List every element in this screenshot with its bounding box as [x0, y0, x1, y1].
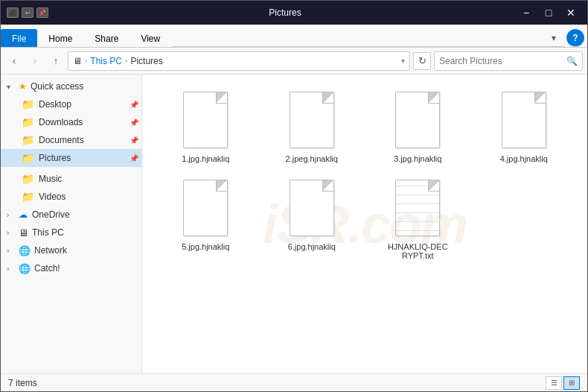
folder-documents-icon: 📁 [22, 134, 34, 146]
sidebar-item-downloads-label: Downloads [39, 117, 83, 127]
onedrive-icon: ☁ [19, 209, 28, 220]
network-icon: 🌐 [19, 245, 31, 256]
onedrive-header[interactable]: › ☁ OneDrive [1, 206, 141, 224]
file-item[interactable]: 6.jpg.hjnakliq [261, 174, 364, 265]
file-page [290, 92, 334, 148]
main-area: ▾ ★ Quick access 📁 Desktop 📌 📁 Downloads… [1, 75, 587, 373]
quick-access-icon: ⬛ [7, 7, 19, 18]
search-input[interactable] [439, 56, 563, 66]
file-page [395, 180, 440, 236]
path-computer-icon: 🖥 [73, 56, 82, 66]
folder-desktop-icon: 📁 [22, 98, 34, 110]
status-item-count: 7 items [8, 378, 546, 388]
file-item[interactable]: HJNAKLIQ-DECRYPT.txt [366, 174, 470, 265]
view-list-button[interactable]: ☰ [546, 376, 562, 390]
refresh-button[interactable]: ↻ [413, 52, 431, 70]
content-area: iSR.com 1.jpg.hjnakliq2.jpeg.hjnakliq3.j… [142, 75, 587, 373]
pin-downloads-icon: 📌 [130, 118, 138, 127]
file-page [183, 180, 228, 236]
files-grid: 1.jpg.hjnakliq2.jpeg.hjnakliq3.jpg.hjnak… [154, 86, 575, 265]
quick-access-label: Quick access [31, 81, 83, 92]
address-path[interactable]: 🖥 › This PC › Pictures ▾ [68, 51, 410, 71]
onedrive-label: OneDrive [32, 209, 70, 220]
search-icon: 🔍 [566, 56, 578, 66]
path-sep-2: › [125, 57, 127, 65]
this-pc-icon: 🖥 [19, 227, 28, 238]
view-grid-button[interactable]: ⊞ [563, 376, 580, 390]
title-bar: ⬛ ↩ 📌 Pictures − □ ✕ [1, 1, 587, 25]
up-button[interactable]: ↑ [47, 52, 65, 70]
quick-access-chevron: ▾ [7, 83, 16, 91]
file-item[interactable]: 1.jpg.hjnakliq [154, 86, 258, 168]
close-button[interactable]: ✕ [560, 5, 581, 20]
file-name: 3.jpg.hjnakliq [394, 154, 441, 163]
file-icon [392, 92, 443, 151]
network-label: Network [34, 245, 67, 256]
sidebar-item-music-label: Music [39, 174, 62, 184]
quick-access-group: ▾ ★ Quick access 📁 Desktop 📌 📁 Downloads… [1, 78, 141, 167]
sidebar-item-pictures[interactable]: 📁 Pictures 📌 [1, 149, 141, 167]
file-item[interactable]: 5.jpg.hjnakliq [154, 174, 258, 265]
tab-share[interactable]: Share [83, 29, 130, 47]
file-icon [392, 180, 443, 239]
back-button[interactable]: ‹ [5, 52, 23, 70]
folder-pictures-icon: 📁 [22, 152, 34, 164]
folder-downloads-icon: 📁 [22, 116, 34, 128]
pin-pictures-icon: 📌 [130, 154, 138, 162]
path-dropdown-icon[interactable]: ▾ [401, 57, 405, 65]
this-pc-header[interactable]: › 🖥 This PC [1, 224, 141, 241]
file-page [290, 180, 334, 236]
sidebar-item-videos[interactable]: 📁 Videos [1, 188, 141, 206]
tab-home[interactable]: Home [37, 29, 83, 47]
quick-access-header[interactable]: ▾ ★ Quick access [1, 78, 141, 95]
sidebar-item-desktop-label: Desktop [39, 99, 71, 110]
title-bar-icons: ⬛ ↩ 📌 [7, 7, 48, 18]
network-header[interactable]: › 🌐 Network [1, 241, 141, 259]
sidebar-item-videos-label: Videos [39, 192, 65, 202]
file-name: 5.jpg.hjnakliq [182, 242, 229, 251]
file-item[interactable]: 2.jpeg.hjnakliq [261, 86, 364, 168]
status-bar: 7 items ☰ ⊞ [1, 373, 587, 391]
address-bar: ‹ › ↑ 🖥 › This PC › Pictures ▾ ↻ 🔍 [1, 48, 587, 75]
this-pc-label: This PC [32, 227, 64, 238]
pin-icon: 📌 [36, 7, 48, 18]
minimize-button[interactable]: − [516, 5, 537, 20]
catch-chevron: › [7, 265, 16, 273]
window-controls: − □ ✕ [516, 5, 581, 20]
file-item[interactable]: 3.jpg.hjnakliq [366, 86, 470, 168]
path-pictures: Pictures [130, 56, 162, 66]
file-name: 1.jpg.hjnakliq [182, 154, 229, 163]
sidebar-item-pictures-label: Pictures [39, 153, 71, 163]
undo-icon: ↩ [22, 7, 33, 18]
ribbon: File Home Share View ▾ ? [1, 25, 587, 48]
file-explorer-window: ⬛ ↩ 📌 Pictures − □ ✕ File Home Share Vie… [0, 0, 588, 392]
sidebar-item-documents[interactable]: 📁 Documents 📌 [1, 131, 141, 149]
help-button[interactable]: ? [566, 29, 584, 47]
forward-button[interactable]: › [26, 52, 44, 70]
file-name: 6.jpg.hjnakliq [288, 242, 336, 251]
path-this-pc[interactable]: This PC [90, 56, 122, 66]
file-page [183, 92, 228, 148]
file-page [395, 92, 440, 148]
folder-music-icon: 📁 [22, 173, 34, 185]
ribbon-expand-button[interactable]: ▾ [543, 29, 565, 47]
file-page [502, 92, 546, 148]
sidebar-item-downloads[interactable]: 📁 Downloads 📌 [1, 113, 141, 131]
catch-header[interactable]: › 🌐 Catch! [1, 259, 141, 277]
sidebar-item-music[interactable]: 📁 Music [1, 170, 141, 188]
path-sep-1: › [85, 57, 87, 65]
tab-view[interactable]: View [130, 29, 171, 47]
this-pc-chevron: › [7, 229, 16, 237]
file-name: 2.jpeg.hjnakliq [286, 154, 338, 163]
maximize-button[interactable]: □ [538, 5, 559, 20]
catch-icon: 🌐 [19, 263, 31, 274]
file-icon [499, 92, 549, 151]
window-title: Pictures [54, 7, 516, 18]
sidebar-item-desktop[interactable]: 📁 Desktop 📌 [1, 95, 141, 113]
file-icon [287, 180, 337, 239]
file-item[interactable]: 4.jpg.hjnakliq [473, 86, 576, 168]
search-box[interactable]: 🔍 [434, 51, 583, 71]
file-icon [180, 180, 231, 239]
tab-file[interactable]: File [1, 29, 37, 47]
file-name: HJNAKLIQ-DECRYPT.txt [385, 242, 450, 260]
